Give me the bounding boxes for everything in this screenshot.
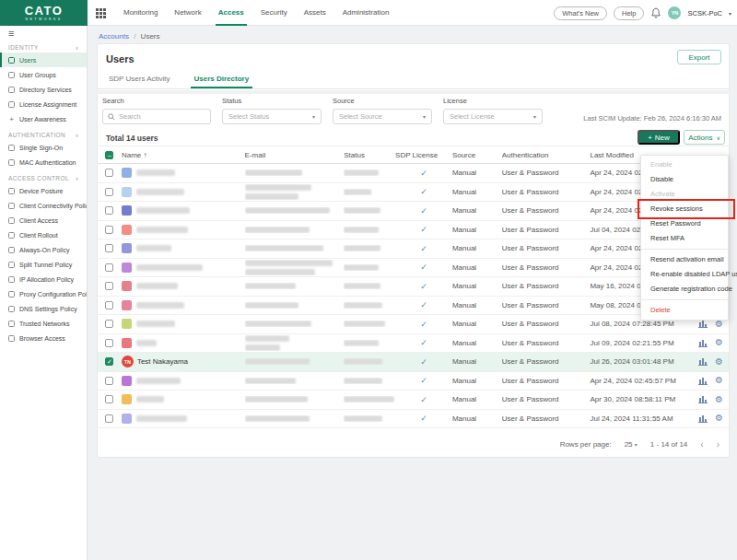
sidebar-section-authentication[interactable]: AUTHENTICATION∨ [0,126,87,140]
sidebar-item-browser-access[interactable]: Browser Access [0,331,87,345]
table-row[interactable]: ✓ManualUser & PasswordMay 08, 2024 01:52… [98,297,729,316]
table-row[interactable]: ✓ManualUser & PasswordJul 09, 2024 02:21… [98,334,729,354]
row-settings-gear-icon[interactable]: ⚙ [715,338,723,347]
previous-page-icon[interactable]: ‹ [700,439,703,449]
menu-item-re-enable-disabled-ldap-users[interactable]: Re-enable disabled LDAP users [641,267,728,282]
new-user-button[interactable]: + New [638,130,680,145]
nav-item-security[interactable]: Security [252,0,296,26]
menu-item-resend-activation-email[interactable]: Resend activation email [641,252,728,267]
sidebar-item-client-access[interactable]: Client Access [0,213,87,228]
row-settings-gear-icon[interactable]: ⚙ [715,395,723,404]
sidebar-item-single-sign-on[interactable]: Single Sign-On [0,140,87,155]
rows-per-page-select[interactable]: 25 ▾ [625,440,638,449]
sidebar-item-users[interactable]: Users [0,52,87,67]
row-checkbox[interactable] [105,188,113,196]
menu-item-disable[interactable]: Disable [641,172,728,187]
select-all-checkbox[interactable]: – [105,151,113,159]
column-header-authentication[interactable]: Authentication [502,151,591,159]
nav-item-administration[interactable]: Administration [334,0,398,26]
sidebar-item-device-posture[interactable]: Device Posture [0,183,87,198]
row-checkbox[interactable] [105,282,113,290]
sidebar-item-license-assignment[interactable]: License Assignment [0,97,87,111]
row-checkbox[interactable] [105,263,113,272]
row-checkbox[interactable] [105,301,113,309]
menu-item-delete[interactable]: Delete [641,303,728,318]
row-settings-gear-icon[interactable]: ⚙ [715,320,723,329]
tab-users-directory[interactable]: Users Directory [194,75,250,88]
menu-item-revoke-sessions[interactable]: Revoke sessions [641,202,728,216]
table-row[interactable]: ✓ManualUser & PasswordJul 24, 2024 11:31… [98,410,729,429]
column-header-name[interactable]: Name ↑ [122,151,245,159]
license-filter-select[interactable]: Select License ▾ [443,109,543,124]
user-analytics-chart-icon[interactable] [698,357,708,366]
sidebar-item-client-rollout[interactable]: Client Rollout [0,228,87,242]
sidebar-item-user-awareness[interactable]: +User Awareness [0,111,87,126]
tab-sdp-users-activity[interactable]: SDP Users Activity [109,75,170,88]
user-analytics-chart-icon[interactable] [698,414,708,423]
hamburger-menu-icon[interactable]: ≡ [0,26,87,39]
row-checkbox[interactable]: ✓ [105,357,113,366]
whats-new-button[interactable]: What's New [554,6,607,20]
user-analytics-chart-icon[interactable] [698,377,708,385]
table-row[interactable]: ✓ManualUser & PasswordApr 24, 2024 02:45… [98,239,729,259]
table-row[interactable]: ✓ManualUser & PasswordApr 24, 2024 02:45… [98,164,729,183]
sidebar-item-user-groups[interactable]: User Groups [0,67,87,82]
notifications-bell-icon[interactable] [650,7,661,18]
table-row[interactable]: ✓TNTest Nakayama✓ManualUser & PasswordJu… [98,353,729,372]
row-checkbox[interactable] [105,206,113,215]
cato-logo[interactable]: CATO NETWORKS [0,0,88,26]
app-grid-icon[interactable] [96,8,106,18]
nav-item-monitoring[interactable]: Monitoring [115,0,166,26]
user-avatar[interactable]: YN [668,6,681,19]
menu-item-generate-registration-code[interactable]: Generate registration code [641,282,728,297]
sidebar-item-split-tunnel-policy[interactable]: Split Tunnel Policy [0,257,87,272]
row-settings-gear-icon[interactable]: ⚙ [715,414,723,423]
account-caret-icon[interactable]: ▾ [729,10,731,17]
actions-button[interactable]: Actions ∨ [684,130,725,145]
row-settings-gear-icon[interactable]: ⚙ [715,376,723,385]
table-row[interactable]: ✓ManualUser & PasswordApr 24, 2024 02:45… [98,183,729,203]
next-page-icon[interactable]: › [717,439,719,449]
user-analytics-chart-icon[interactable] [698,320,708,328]
row-checkbox[interactable] [105,320,113,328]
sidebar-item-dns-settings-policy[interactable]: DNS Settings Policy [0,301,87,316]
menu-item-reset-mfa[interactable]: Reset MFA [641,231,728,246]
breadcrumb-accounts-link[interactable]: Accounts [99,32,129,41]
row-checkbox[interactable] [105,339,113,347]
nav-item-access[interactable]: Access [210,0,252,26]
user-analytics-chart-icon[interactable] [698,339,708,347]
sidebar-item-mac-authentication[interactable]: MAC Authentication [0,155,87,169]
user-analytics-chart-icon[interactable] [698,395,708,403]
status-filter-select[interactable]: Select Status ▾ [222,109,322,124]
nav-item-network[interactable]: Network [166,0,209,26]
sidebar-section-identity[interactable]: IDENTITY∨ [0,39,87,52]
column-header-source[interactable]: Source [452,151,502,159]
table-row[interactable]: ✓ManualUser & PasswordMay 16, 2024 02:32… [98,277,729,297]
sidebar-item-proxy-configuration-policy[interactable]: Proxy Configuration Policy [0,286,87,301]
table-row[interactable]: ✓ManualUser & PasswordApr 30, 2024 08:58… [98,391,729,410]
row-checkbox[interactable] [105,414,113,423]
nav-item-assets[interactable]: Assets [296,0,334,26]
row-checkbox[interactable] [105,395,113,403]
sidebar-item-always-on-policy[interactable]: Always-On Policy [0,242,87,257]
help-button[interactable]: Help [614,6,644,20]
menu-item-reset-password[interactable]: Reset Password [641,216,728,231]
column-header-status[interactable]: Status [344,151,395,159]
search-input[interactable]: Search [102,109,211,124]
row-checkbox[interactable] [105,244,113,252]
sidebar-item-directory-services[interactable]: Directory Services [0,82,87,97]
row-checkbox[interactable] [105,377,113,385]
row-settings-gear-icon[interactable]: ⚙ [715,357,723,367]
column-header-sdp-license[interactable]: SDP License [395,151,452,159]
row-checkbox[interactable] [105,169,113,177]
table-row[interactable]: ✓ManualUser & PasswordApr 24, 2024 02:45… [98,372,729,391]
source-filter-select[interactable]: Select Source ▾ [333,109,432,124]
table-row[interactable]: ✓ManualUser & PasswordApr 24, 2024 02:45… [98,202,729,221]
table-row[interactable]: ✓ManualUser & PasswordJul 04, 2024 02:12… [98,221,729,240]
column-header-e-mail[interactable]: E-mail [245,151,345,159]
sidebar-item-trusted-networks[interactable]: Trusted Networks [0,316,87,331]
sidebar-section-access-control[interactable]: ACCESS CONTROL∨ [0,169,87,183]
export-button[interactable]: Export [677,50,721,64]
sidebar-item-client-connectivity-policy[interactable]: Client Connectivity Policy [0,198,87,213]
table-row[interactable]: ✓ManualUser & PasswordApr 24, 2024 02:45… [98,259,729,278]
